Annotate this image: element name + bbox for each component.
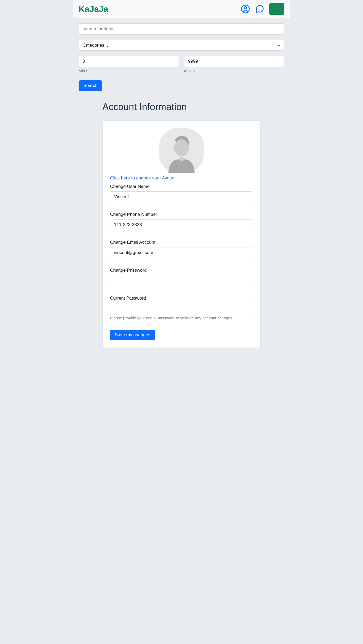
min-price-col: Min $ [79, 56, 179, 73]
search-button[interactable]: Search [79, 80, 102, 91]
search-section: Categories... Min $ Max $ Search [73, 18, 290, 96]
svg-point-1 [244, 7, 247, 9]
min-price-input[interactable] [79, 56, 179, 67]
content: Account Information Click here to change… [73, 101, 290, 356]
nav-right [241, 3, 284, 15]
avatar-placeholder-icon [159, 128, 204, 173]
email-input[interactable] [110, 247, 253, 258]
max-price-label: Max $ [184, 69, 284, 73]
username-label: Change User Name [110, 184, 253, 189]
categories-select[interactable]: Categories... [79, 40, 284, 51]
min-price-label: Min $ [79, 69, 179, 73]
page-title: Account Information [102, 101, 284, 113]
avatar-container: Click here to change your Avatar [110, 128, 253, 181]
phone-input[interactable] [110, 219, 253, 230]
current-password-group: Current Password Please provide your act… [110, 296, 253, 320]
svg-point-3 [174, 139, 189, 156]
navbar: KaJaJa [73, 0, 290, 18]
password-group: Change Password [110, 268, 253, 286]
current-password-input[interactable] [110, 303, 253, 314]
phone-group: Change Phone Number [110, 212, 253, 230]
password-input[interactable] [110, 275, 253, 286]
change-avatar-link[interactable]: Click here to change your Avatar [110, 175, 175, 181]
hamburger-icon [273, 6, 281, 12]
username-input[interactable] [110, 191, 253, 202]
user-icon[interactable] [241, 4, 250, 14]
menu-toggle-button[interactable] [269, 3, 284, 15]
max-price-input[interactable] [184, 56, 284, 67]
account-card: Click here to change your Avatar Change … [102, 120, 261, 348]
price-row: Min $ Max $ [79, 56, 284, 73]
email-label: Change Email Account [110, 240, 253, 245]
username-group: Change User Name [110, 184, 253, 202]
email-group: Change Email Account [110, 240, 253, 258]
current-password-label: Current Password [110, 296, 253, 301]
search-input[interactable] [79, 23, 284, 35]
brand-logo[interactable]: KaJaJa [79, 4, 108, 14]
save-button[interactable]: Save my changes [110, 330, 155, 340]
password-label: Change Password [110, 268, 253, 273]
current-password-help: Please provide your actual password to v… [110, 316, 253, 320]
chat-icon[interactable] [255, 4, 264, 14]
max-price-col: Max $ [184, 56, 284, 73]
phone-label: Change Phone Number [110, 212, 253, 217]
